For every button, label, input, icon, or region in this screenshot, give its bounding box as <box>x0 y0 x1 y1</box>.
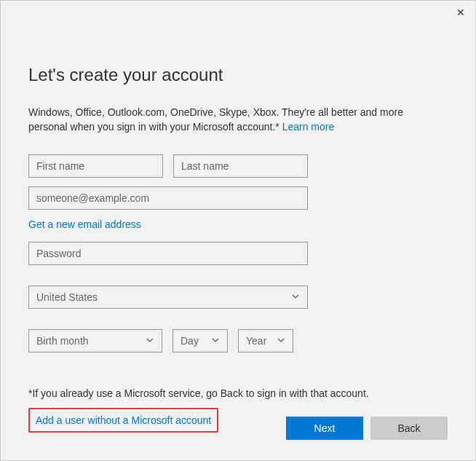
country-select[interactable]: United States <box>28 285 308 309</box>
password-input[interactable]: Password <box>28 242 308 265</box>
description-text: Windows, Office, Outlook.com, OneDrive, … <box>28 106 436 134</box>
birth-day-select[interactable]: Day <box>172 329 228 352</box>
close-icon[interactable]: ✕ <box>456 7 465 18</box>
chevron-down-icon <box>211 335 220 347</box>
birth-month-label: Birth month <box>36 335 89 347</box>
chevron-down-icon <box>146 335 154 347</box>
password-placeholder: Password <box>36 248 81 259</box>
lastname-placeholder: Last name <box>181 160 229 172</box>
get-new-email-link[interactable]: Get a new email address <box>28 218 448 230</box>
lastname-input[interactable]: Last name <box>173 154 308 178</box>
highlight-annotation: Add a user without a Microsoft account <box>28 408 218 433</box>
birth-year-label: Year <box>246 335 266 347</box>
birth-month-select[interactable]: Birth month <box>28 329 162 352</box>
birth-year-select[interactable]: Year <box>238 329 293 352</box>
country-selected: United States <box>36 291 98 303</box>
description-pre: Windows, Office, Outlook.com, OneDrive, … <box>28 106 403 133</box>
email-input[interactable]: someone@example.com <box>28 186 308 210</box>
chevron-down-icon <box>277 335 285 347</box>
footnote-text: *If you already use a Microsoft service,… <box>28 387 448 399</box>
page-title: Let's create your account <box>28 65 448 85</box>
back-button[interactable]: Back <box>370 417 448 440</box>
button-row: Next Back <box>286 417 448 440</box>
learn-more-link[interactable]: Learn more <box>282 121 335 133</box>
firstname-input[interactable]: First name <box>28 154 163 178</box>
birth-day-label: Day <box>181 335 199 347</box>
chevron-down-icon <box>291 291 300 303</box>
next-button[interactable]: Next <box>286 417 363 440</box>
email-placeholder: someone@example.com <box>36 192 149 204</box>
firstname-placeholder: First name <box>36 160 84 172</box>
dialog-content: Let's create your account Windows, Offic… <box>1 1 475 433</box>
add-user-without-account-link[interactable]: Add a user without a Microsoft account <box>36 414 211 426</box>
